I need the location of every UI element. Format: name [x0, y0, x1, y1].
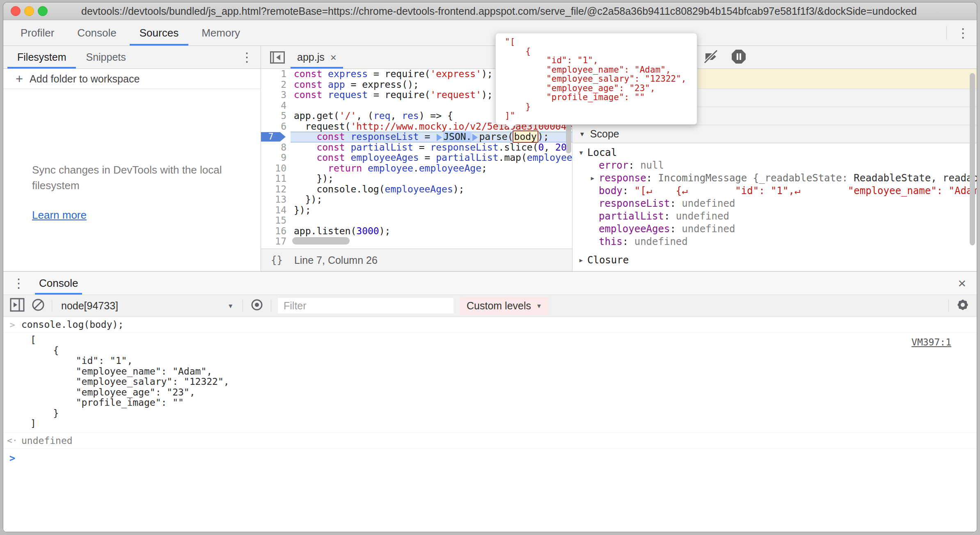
- sync-note: Sync changes in DevTools with the local …: [32, 162, 225, 193]
- pause-on-exceptions-icon[interactable]: [730, 48, 747, 66]
- close-tab-icon[interactable]: ×: [330, 52, 337, 63]
- expander-spacer: [586, 185, 599, 197]
- eye-icon[interactable]: [250, 297, 264, 314]
- sources-panel: FilesystemSnippets ⋮ + Add folder to wor…: [3, 46, 977, 271]
- scope-variable-responseList[interactable]: responseList: undefined: [572, 197, 977, 210]
- expander-icon[interactable]: ▶: [586, 172, 599, 185]
- code-line-text: const responseList = JSON.parse(body);: [291, 132, 572, 142]
- line-number-gutter[interactable]: 5: [261, 111, 291, 121]
- scope-variable-response[interactable]: ▶response: IncomingMessage {_readableSta…: [572, 172, 977, 185]
- expander-icon[interactable]: ▼: [575, 146, 587, 159]
- console-drawer: ⋮ Console × node[9473: [3, 271, 977, 532]
- deactivate-breakpoints-icon[interactable]: [703, 49, 719, 66]
- console-command-row: > console.log(body);: [3, 317, 977, 333]
- console-prompt[interactable]: >: [3, 449, 977, 468]
- console-sidebar-icon[interactable]: [10, 298, 25, 313]
- scope-title: Scope: [590, 128, 619, 140]
- line-number-gutter[interactable]: 6: [261, 121, 291, 132]
- hovered-variable-body[interactable]: body: [513, 130, 538, 143]
- line-number-gutter[interactable]: 12: [261, 184, 291, 195]
- expander-icon[interactable]: ▶: [575, 254, 587, 267]
- code-line[interactable]: 16app.listen(3000);: [261, 226, 572, 237]
- devtools-window: devtools://devtools/bundled/js_app.html?…: [3, 2, 977, 532]
- scope-group-closure[interactable]: ▶Closure: [572, 254, 977, 267]
- navigator-tab-filesystem[interactable]: Filesystem: [7, 46, 76, 69]
- execution-context-selector[interactable]: node[94733] ▼: [59, 300, 236, 312]
- code-line-text: });: [291, 174, 572, 184]
- minimize-window-button[interactable]: [24, 6, 34, 16]
- line-number-gutter[interactable]: 4: [261, 101, 291, 111]
- console-drawer-tab[interactable]: Console: [35, 272, 82, 295]
- code-line-text: console.log(employeeAges);: [291, 184, 572, 195]
- format-code-button[interactable]: {}: [271, 254, 283, 266]
- navigator-tab-snippets[interactable]: Snippets: [76, 46, 135, 69]
- scope-variable-body[interactable]: body: "[↵ {↵ "id": "1",↵ "employee_name"…: [572, 185, 977, 197]
- expander-spacer: [586, 210, 599, 223]
- code-line[interactable]: 14});: [261, 205, 572, 216]
- code-line[interactable]: 7 const responseList = JSON.parse(body);: [261, 132, 572, 142]
- code-line[interactable]: 15: [261, 215, 572, 226]
- code-line-text: return employee.employeeAge;: [291, 163, 572, 174]
- line-number-gutter[interactable]: 15: [261, 215, 291, 226]
- editor-tab-appjs[interactable]: app.js ×: [291, 46, 343, 69]
- console-settings-gear-icon[interactable]: [955, 297, 970, 314]
- line-number-gutter[interactable]: 1: [261, 69, 291, 80]
- expander-spacer: [586, 197, 599, 210]
- line-number-gutter[interactable]: 14: [261, 205, 291, 216]
- line-number-gutter[interactable]: 3: [261, 90, 291, 101]
- line-number-gutter[interactable]: 10: [261, 163, 291, 174]
- code-line[interactable]: 13 });: [261, 194, 572, 205]
- tab-memory[interactable]: Memory: [190, 20, 252, 46]
- console-output: > console.log(body); VM397:1 [ { "id": "…: [3, 317, 977, 532]
- line-number-gutter[interactable]: 17: [261, 236, 291, 247]
- scope-variable-partialList[interactable]: partialList: undefined: [572, 210, 977, 223]
- editor-vertical-scrollbar[interactable]: [566, 123, 571, 153]
- zoom-window-button[interactable]: [38, 6, 48, 16]
- learn-more-link[interactable]: Learn more: [32, 209, 261, 222]
- continue-to-here-icon[interactable]: [437, 134, 442, 141]
- navigator-menu-button[interactable]: ⋮: [240, 51, 261, 64]
- add-folder-button[interactable]: + Add folder to workspace: [3, 69, 261, 89]
- horizontal-scrollbar[interactable]: [292, 237, 350, 245]
- main-menu-button[interactable]: ⋮: [957, 27, 969, 39]
- code-line[interactable]: 12 console.log(employeeAges);: [261, 184, 572, 195]
- tab-sources[interactable]: Sources: [128, 20, 190, 46]
- scope-section-header[interactable]: ▼ Scope: [572, 125, 977, 143]
- tab-console[interactable]: Console: [66, 20, 128, 46]
- scope-group-local[interactable]: ▼Local: [572, 146, 977, 159]
- cursor-position-label: Line 7, Column 26: [294, 254, 378, 266]
- line-number-gutter[interactable]: 13: [261, 194, 291, 205]
- line-number-gutter[interactable]: 2: [261, 80, 291, 90]
- line-number-gutter[interactable]: 8: [261, 142, 291, 153]
- code-line[interactable]: 11 });: [261, 174, 572, 184]
- custom-levels-dropdown[interactable]: Custom levels ▼: [460, 297, 549, 315]
- scope-variable-this[interactable]: this: undefined: [572, 235, 977, 248]
- chevron-down-icon: ▼: [536, 302, 542, 309]
- line-number-gutter[interactable]: 9: [261, 153, 291, 163]
- code-line-text: const partialList = responseList.slice(0…: [291, 142, 572, 153]
- close-window-button[interactable]: [11, 6, 21, 16]
- clear-console-icon[interactable]: [31, 298, 45, 313]
- close-drawer-icon[interactable]: ×: [958, 272, 977, 295]
- console-result-row: <· undefined: [3, 433, 977, 449]
- source-location-link[interactable]: VM397:1: [911, 337, 951, 348]
- main-tabs: ProfilerConsoleSourcesMemory: [3, 20, 252, 46]
- drawer-menu-button[interactable]: ⋮: [3, 272, 25, 295]
- execution-line-breakpoint-arrow[interactable]: 7: [261, 132, 286, 142]
- scope-variable-employeeAges[interactable]: employeeAges: undefined: [572, 223, 977, 235]
- continue-to-here-icon[interactable]: [472, 134, 478, 141]
- console-filter-input[interactable]: [278, 298, 453, 313]
- line-number-gutter[interactable]: 16: [261, 226, 291, 237]
- code-line[interactable]: 9 const employeeAges = partialList.map(e…: [261, 153, 572, 163]
- scope-variable-error[interactable]: error: null: [572, 159, 977, 172]
- code-line[interactable]: 10 return employee.employeeAge;: [261, 163, 572, 174]
- line-number-gutter[interactable]: 7: [261, 132, 291, 142]
- toggle-navigator-icon[interactable]: [266, 46, 289, 69]
- code-line[interactable]: 8 const partialList = responseList.slice…: [261, 142, 572, 153]
- editor-statusbar: {} Line 7, Column 26: [261, 249, 572, 271]
- tab-profiler[interactable]: Profiler: [9, 20, 66, 46]
- expander-spacer: [586, 235, 599, 248]
- panel-scrollbar[interactable]: [970, 73, 975, 245]
- titlebar[interactable]: devtools://devtools/bundled/js_app.html?…: [3, 2, 977, 20]
- line-number-gutter[interactable]: 11: [261, 174, 291, 184]
